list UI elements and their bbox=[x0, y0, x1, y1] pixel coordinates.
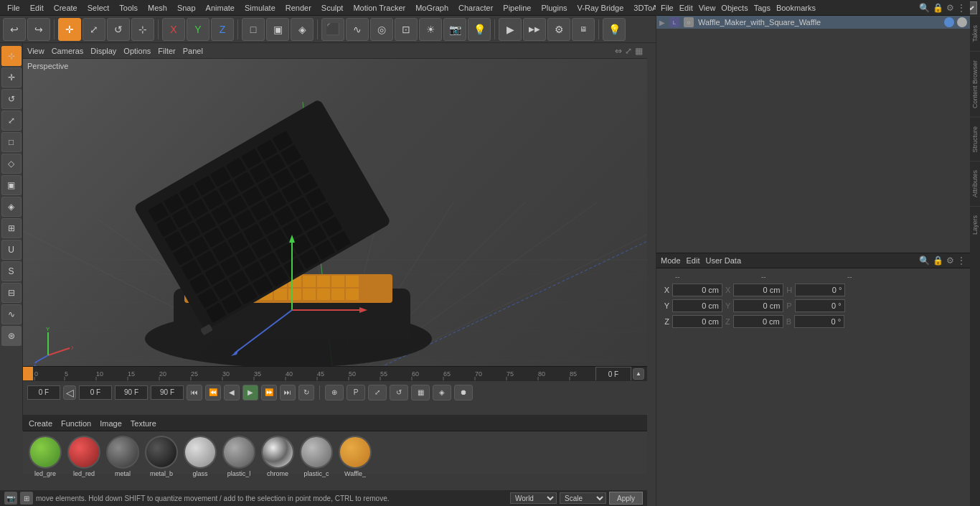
menu-vray[interactable]: V-Ray Bridge bbox=[573, 2, 628, 14]
attr-search-icon[interactable]: 🔍 bbox=[919, 256, 930, 266]
obj-edit-menu[interactable]: Edit bbox=[679, 4, 693, 12]
render-view-button[interactable]: ▶ bbox=[499, 18, 522, 41]
render-settings-button[interactable]: ⚙ bbox=[547, 18, 570, 41]
tl-step-back[interactable]: ⏪ bbox=[205, 385, 221, 400]
world-dropdown[interactable]: World bbox=[510, 492, 557, 504]
tl-loop[interactable]: ↻ bbox=[298, 385, 314, 400]
tool-rotate[interactable]: ↺ bbox=[1, 89, 22, 109]
rotate-tool-button[interactable]: ↺ bbox=[107, 18, 130, 41]
tl-key-all[interactable]: ⊕ bbox=[325, 385, 344, 400]
render-team-button[interactable]: 🖥 bbox=[572, 18, 595, 41]
attr-lock-icon[interactable]: 🔒 bbox=[933, 256, 943, 266]
attr-more-icon[interactable]: ⋮ bbox=[957, 256, 966, 266]
menu-mesh[interactable]: Mesh bbox=[143, 2, 171, 14]
obj-objects-menu[interactable]: Objects bbox=[721, 4, 748, 12]
scale-tool-button[interactable]: ⤢ bbox=[83, 18, 105, 41]
tool-obj-2[interactable]: ◇ bbox=[1, 154, 22, 174]
material-item-led-red[interactable]: led_red bbox=[67, 436, 100, 477]
edge-mode-button[interactable]: ◈ bbox=[291, 18, 314, 41]
menu-animate[interactable]: Animate bbox=[202, 2, 239, 14]
vp-view-menu[interactable]: View bbox=[27, 47, 44, 55]
tool-obj-3[interactable]: ▣ bbox=[1, 175, 22, 195]
move-tool-button[interactable]: ✛ bbox=[58, 18, 81, 41]
tool-obj-1[interactable]: □ bbox=[1, 132, 22, 152]
bottom-icon-2[interactable]: ⊞ bbox=[20, 492, 33, 505]
material-item-plastic-c[interactable]: plastic_c bbox=[300, 436, 333, 477]
bottom-icon-1[interactable]: 📷 bbox=[4, 492, 17, 505]
viewport-canvas[interactable]: Perspective bbox=[23, 59, 647, 402]
tl-key-param[interactable]: ◈ bbox=[433, 385, 451, 400]
cube-button[interactable]: ⬛ bbox=[321, 18, 344, 41]
h-input[interactable] bbox=[795, 284, 845, 296]
tl-key-scale[interactable]: ⤢ bbox=[368, 385, 387, 400]
nurbs-button[interactable]: ◎ bbox=[370, 18, 393, 41]
menu-file[interactable]: File bbox=[3, 2, 24, 14]
tl-key-rot[interactable]: ↺ bbox=[390, 385, 408, 400]
y-size-input[interactable] bbox=[733, 299, 783, 312]
tl-to-end[interactable]: ⏭ bbox=[280, 385, 296, 400]
material-item-metal-b[interactable]: metal_b bbox=[145, 436, 178, 477]
tl-step-forward[interactable]: ⏩ bbox=[261, 385, 277, 400]
tool-magnet[interactable]: U bbox=[1, 240, 22, 260]
obj-visibility-icon[interactable]: ○ bbox=[684, 17, 694, 27]
obj-view-menu[interactable]: View bbox=[699, 4, 716, 12]
tool-poly[interactable]: ⊞ bbox=[1, 218, 22, 238]
render-seq-button[interactable]: ▶▶ bbox=[523, 18, 546, 41]
mat-texture-menu[interactable]: Texture bbox=[131, 419, 156, 428]
menu-render[interactable]: Render bbox=[281, 2, 316, 14]
menu-character[interactable]: Character bbox=[454, 2, 497, 14]
x-size-input[interactable] bbox=[733, 284, 783, 296]
menu-pipeline[interactable]: Pipeline bbox=[499, 2, 535, 14]
attr-settings-icon[interactable]: ⚙ bbox=[946, 256, 954, 266]
material-item-glass[interactable]: glass bbox=[184, 436, 217, 477]
vp-filter-menu[interactable]: Filter bbox=[158, 47, 175, 55]
tl-to-start[interactable]: ⏮ bbox=[187, 385, 202, 400]
obj-search-icon[interactable]: 🔍 bbox=[919, 3, 930, 13]
tool-select[interactable]: ⊹ bbox=[1, 46, 22, 66]
vp-cameras-menu[interactable]: Cameras bbox=[52, 47, 84, 55]
vp-icon-arrows[interactable]: ⇔ bbox=[615, 46, 622, 56]
attr-user-data-menu[interactable]: User Data bbox=[706, 256, 742, 265]
tool-obj-4[interactable]: ◈ bbox=[1, 197, 22, 217]
object-mode-button[interactable]: □ bbox=[242, 18, 265, 41]
material-item-led-green[interactable]: led_gre bbox=[29, 436, 62, 477]
tl-play[interactable]: ▶ bbox=[242, 385, 258, 400]
vp-options-menu[interactable]: Options bbox=[123, 47, 151, 55]
vtab-attributes[interactable]: Attributes bbox=[970, 161, 980, 206]
light-bulb-button[interactable]: 💡 bbox=[603, 18, 626, 41]
start-frame-input[interactable] bbox=[27, 385, 60, 400]
attr-edit-menu[interactable]: Edit bbox=[687, 256, 700, 265]
vp-panel-menu[interactable]: Panel bbox=[183, 47, 203, 55]
obj-lock-icon[interactable]: 🔒 bbox=[933, 3, 943, 13]
y-pos-input[interactable] bbox=[672, 299, 722, 312]
camera-button[interactable]: 📷 bbox=[443, 18, 466, 41]
z-axis-button[interactable]: Z bbox=[211, 18, 234, 41]
menu-plugins[interactable]: Plugins bbox=[537, 2, 571, 14]
obj-file-menu[interactable]: File bbox=[661, 4, 674, 12]
obj-more-icon[interactable]: ⋮ bbox=[957, 3, 966, 13]
vp-display-menu[interactable]: Display bbox=[90, 47, 116, 55]
deform-button[interactable]: ⊡ bbox=[395, 18, 418, 41]
undo-button[interactable]: ↩ bbox=[3, 18, 26, 41]
tl-frame-up[interactable]: ▲ bbox=[633, 368, 644, 380]
tool-move[interactable]: ✛ bbox=[1, 67, 22, 88]
vp-icon-grid[interactable]: ▦ bbox=[635, 46, 643, 56]
x-axis-button[interactable]: X bbox=[162, 18, 185, 41]
light-button[interactable]: 💡 bbox=[468, 18, 491, 41]
environment-button[interactable]: ☀ bbox=[419, 18, 442, 41]
menu-select[interactable]: Select bbox=[83, 2, 114, 14]
spline-button[interactable]: ∿ bbox=[346, 18, 369, 41]
obj-settings-icon[interactable]: ⚙ bbox=[946, 3, 954, 13]
menu-edit[interactable]: Edit bbox=[26, 2, 48, 14]
p-input[interactable] bbox=[795, 299, 845, 312]
end-frame-input[interactable] bbox=[151, 385, 184, 400]
menu-tools[interactable]: Tools bbox=[115, 2, 142, 14]
transform-button[interactable]: ⊹ bbox=[131, 18, 154, 41]
material-item-metal[interactable]: metal bbox=[106, 436, 139, 477]
vtab-takes[interactable]: Takes bbox=[970, 16, 980, 51]
y-axis-button[interactable]: Y bbox=[187, 18, 209, 41]
material-item-chrome[interactable]: chrome bbox=[261, 436, 294, 477]
vp-icon-expand[interactable]: ⤢ bbox=[625, 46, 632, 56]
vtab-structure[interactable]: Structure bbox=[970, 117, 980, 161]
material-item-plastic-l[interactable]: plastic_l bbox=[222, 436, 255, 477]
